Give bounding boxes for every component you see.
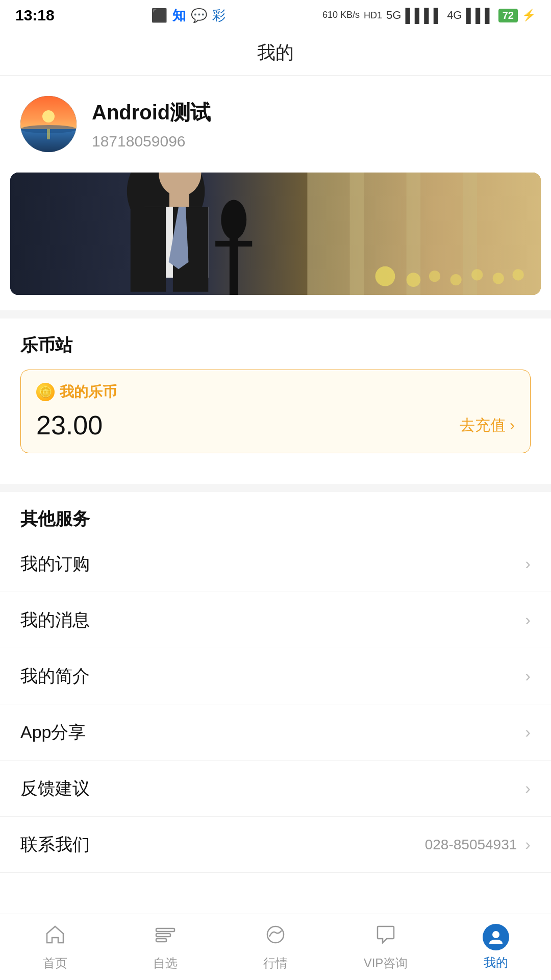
tab-mine-label: 我的 (484, 954, 508, 971)
tab-watchlist[interactable]: 自选 (110, 923, 220, 971)
svg-point-19 (221, 200, 246, 239)
svg-point-20 (375, 266, 395, 286)
chevron-right-icon-message: › (525, 610, 531, 629)
status-bar: 13:18 ⬛ 知 💬 彩 610 KB/s HD1 5G ▌▌▌▌ 4G ▌▌… (0, 0, 551, 31)
home-icon (44, 923, 66, 951)
avatar-image (20, 96, 77, 152)
star-icon (154, 923, 177, 951)
menu-item-message[interactable]: 我的消息 › (0, 592, 551, 648)
weibo-icon: ⬛ (151, 8, 167, 23)
menu-item-label-share: App分享 (20, 721, 86, 744)
menu-item-label-contact: 联系我们 (20, 833, 90, 856)
lecoin-recharge-btn[interactable]: 去充值 › (460, 415, 515, 436)
chevron-right-icon-feedback: › (525, 779, 531, 798)
menu-item-label-feedback: 反馈建议 (20, 777, 90, 800)
status-icons: ⬛ 知 💬 彩 (151, 7, 226, 24)
svg-point-22 (429, 271, 440, 282)
recharge-label: 去充值 (460, 415, 506, 436)
network-speed: 610 KB/s (322, 10, 360, 20)
chevron-right-icon-profile: › (525, 667, 531, 685)
menu-item-label-profile: 我的简介 (20, 665, 90, 688)
menu-item-share[interactable]: App分享 › (0, 704, 551, 761)
chevron-right-icon-share: › (525, 723, 531, 742)
signal2-icon: ▌▌▌ (466, 8, 494, 23)
svg-point-21 (407, 273, 421, 287)
chart-icon (264, 923, 287, 951)
svg-rect-29 (156, 939, 166, 942)
menu-item-label-subscription: 我的订购 (20, 552, 90, 576)
contact-phone: 028-85054931 (425, 837, 517, 853)
app-icon: 彩 (212, 7, 226, 24)
menu-item-right-contact: 028-85054931 › (425, 835, 531, 854)
svg-point-31 (492, 931, 499, 938)
zhihu-icon: 知 (172, 7, 186, 24)
coin-icon: 🪙 (36, 383, 55, 401)
tab-vip[interactable]: VIP咨询 (331, 923, 441, 971)
signal-icon: ▌▌▌▌ (405, 8, 443, 23)
profile-info: Android测试 18718059096 (92, 99, 211, 150)
lecoin-row: 23.00 去充值 › (36, 410, 515, 440)
status-time: 13:18 (15, 7, 55, 24)
svg-rect-4 (47, 129, 50, 139)
message-icon: 💬 (191, 8, 207, 23)
svg-rect-7 (350, 173, 364, 295)
svg-rect-6 (307, 173, 541, 295)
svg-point-3 (42, 110, 55, 122)
svg-rect-18 (215, 241, 252, 247)
menu-item-right-feedback: › (525, 779, 531, 798)
page-title: 我的 (257, 40, 294, 65)
tab-bar: 首页 自选 行情 VIP咨询 (0, 914, 551, 980)
lecoin-card[interactable]: 🪙 我的乐币 23.00 去充值 › (20, 370, 531, 453)
menu-item-right-profile: › (525, 667, 531, 685)
svg-rect-12 (169, 191, 189, 209)
user-icon (483, 924, 509, 950)
menu-item-right-message: › (525, 610, 531, 629)
profile-phone: 18718059096 (92, 133, 211, 150)
svg-rect-14 (131, 207, 166, 291)
tab-watchlist-label: 自选 (153, 955, 178, 971)
svg-point-30 (267, 926, 284, 943)
menu-item-feedback[interactable]: 反馈建议 › (0, 761, 551, 817)
svg-point-26 (513, 269, 524, 280)
tab-market[interactable]: 行情 (220, 923, 331, 971)
lecoin-label: 我的乐币 (60, 382, 117, 402)
profile-name: Android测试 (92, 99, 211, 127)
section-divider-1 (0, 310, 551, 318)
tab-home[interactable]: 首页 (0, 923, 110, 971)
tab-market-label: 行情 (263, 955, 288, 971)
avatar[interactable] (20, 96, 77, 152)
chevron-right-icon-contact: › (525, 835, 531, 854)
top-navigation: 我的 (0, 31, 551, 76)
chat-icon (374, 923, 397, 951)
tab-mine[interactable]: 我的 (441, 924, 551, 971)
main-content: Android测试 18718059096 (0, 76, 551, 914)
lecoin-section-title: 乐币站 (20, 334, 531, 357)
5g-icon: 5G (386, 9, 401, 22)
svg-rect-28 (156, 934, 170, 937)
charging-icon: ⚡ (522, 9, 536, 22)
recharge-chevron-icon: › (510, 416, 515, 434)
status-right: 610 KB/s HD1 5G ▌▌▌▌ 4G ▌▌▌ 72 ⚡ (322, 8, 536, 23)
services-section-title: 其他服务 (0, 507, 551, 536)
banner-svg (10, 173, 541, 295)
svg-point-24 (471, 269, 483, 280)
menu-item-contact[interactable]: 联系我们 028-85054931 › (0, 817, 551, 873)
menu-item-label-message: 我的消息 (20, 608, 90, 632)
lecoin-section: 乐币站 🪙 我的乐币 23.00 去充值 › (0, 318, 551, 469)
avatar-svg (20, 96, 77, 152)
banner-visual (10, 173, 541, 295)
lecoin-label-row: 🪙 我的乐币 (36, 382, 515, 402)
4g-icon: 4G (447, 9, 462, 22)
services-section: 其他服务 我的订购 › 我的消息 › 我的简介 › App分享 › (0, 492, 551, 873)
svg-point-25 (493, 273, 504, 284)
chevron-right-icon-subscription: › (525, 554, 531, 573)
battery-icon: 72 (498, 9, 518, 22)
banner-image[interactable] (10, 173, 541, 295)
lecoin-amount: 23.00 (36, 410, 103, 440)
menu-item-right-subscription: › (525, 554, 531, 573)
menu-item-profile[interactable]: 我的简介 › (0, 648, 551, 704)
svg-point-23 (450, 274, 462, 285)
tab-home-label: 首页 (43, 955, 67, 971)
profile-section: Android测试 18718059096 (0, 76, 551, 162)
menu-item-subscription[interactable]: 我的订购 › (0, 536, 551, 592)
